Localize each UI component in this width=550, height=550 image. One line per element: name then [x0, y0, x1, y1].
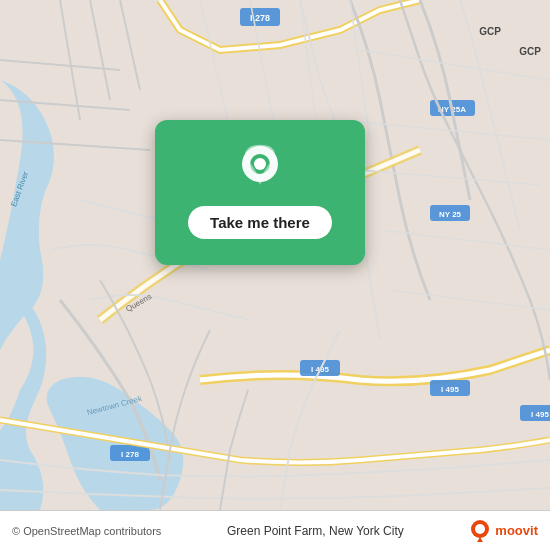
map-attribution: © OpenStreetMap contributors: [12, 525, 161, 537]
location-name: Green Point Farm, New York City: [227, 524, 404, 538]
pin-icon-wrap: [236, 146, 284, 194]
svg-text:GCP: GCP: [479, 26, 501, 37]
svg-point-39: [254, 158, 266, 170]
moovit-logo-icon: [469, 520, 491, 542]
take-me-there-button[interactable]: Take me there: [188, 206, 332, 239]
svg-point-41: [475, 524, 485, 534]
svg-text:NY 25: NY 25: [439, 210, 462, 219]
svg-text:I 495: I 495: [531, 410, 549, 419]
moovit-brand-text: moovit: [495, 523, 538, 538]
bottom-bar: © OpenStreetMap contributors Green Point…: [0, 510, 550, 550]
svg-text:GCP: GCP: [519, 46, 541, 57]
svg-text:I 495: I 495: [441, 385, 459, 394]
moovit-logo: moovit: [469, 520, 538, 542]
map-pin-icon: [238, 144, 282, 196]
action-card: Take me there: [155, 120, 365, 265]
map-container: I 278 NY 25A GCP GCP NY 25 NY 25 I 495 I…: [0, 0, 550, 510]
svg-text:I 278: I 278: [121, 450, 139, 459]
